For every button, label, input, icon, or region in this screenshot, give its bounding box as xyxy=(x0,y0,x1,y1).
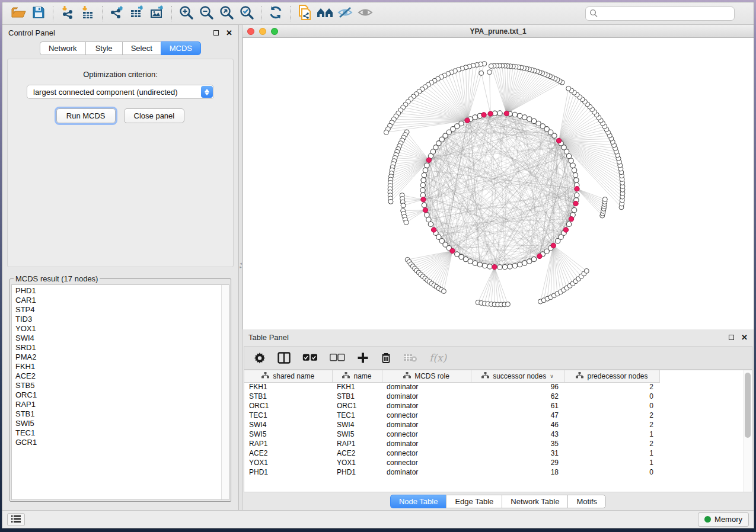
graph-node[interactable] xyxy=(527,117,532,121)
zoom-selected-button[interactable] xyxy=(237,5,257,23)
graph-node[interactable] xyxy=(425,163,429,168)
graph-hub-node[interactable] xyxy=(492,264,497,269)
table-row[interactable]: STB1STB1dominator620 xyxy=(244,392,659,401)
graph-hub-node[interactable] xyxy=(421,197,426,202)
table-cell[interactable]: 0 xyxy=(564,401,659,411)
graph-leaf-node[interactable] xyxy=(401,203,406,208)
table-cell[interactable]: ACE2 xyxy=(244,448,332,458)
tab-node-table[interactable]: Node Table xyxy=(390,495,446,508)
graph-node[interactable] xyxy=(566,222,571,226)
table-cell[interactable]: 43 xyxy=(471,430,564,439)
mcds-result-item[interactable]: STB1 xyxy=(15,409,229,419)
close-panel-icon[interactable]: ✕ xyxy=(226,28,232,37)
table-cell[interactable]: dominator xyxy=(382,382,471,392)
mcds-result-item[interactable]: RAP1 xyxy=(15,400,229,409)
table-cell[interactable]: FKH1 xyxy=(332,382,382,392)
tab-network-table[interactable]: Network Table xyxy=(502,495,567,508)
mcds-result-item[interactable]: PHD1 xyxy=(15,286,229,296)
graph-node[interactable] xyxy=(487,264,492,269)
network-graph[interactable] xyxy=(243,38,754,329)
graph-node[interactable] xyxy=(522,115,527,120)
table-cell[interactable]: 29 xyxy=(471,458,564,467)
graph-node[interactable] xyxy=(425,213,429,217)
table-row[interactable]: SWI5SWI5connector431 xyxy=(244,430,659,439)
graph-hub-node[interactable] xyxy=(450,248,455,253)
node-table[interactable]: shared namenameMCDS rolesuccessor nodes∨… xyxy=(244,370,660,477)
table-cell[interactable]: TEC1 xyxy=(332,411,382,420)
minimize-window-icon[interactable] xyxy=(259,28,266,35)
graph-node[interactable] xyxy=(508,264,512,269)
graph-node[interactable] xyxy=(473,115,477,120)
graph-node[interactable] xyxy=(473,261,477,265)
graph-node[interactable] xyxy=(570,163,575,168)
graph-hub-node[interactable] xyxy=(573,201,578,206)
graph-node[interactable] xyxy=(517,262,522,267)
graph-leaf-node[interactable] xyxy=(487,70,492,75)
graph-leaf-node[interactable] xyxy=(584,268,589,273)
first-neighbors-button[interactable] xyxy=(315,5,335,23)
open-file-button[interactable] xyxy=(8,5,28,23)
table-cell[interactable]: PHD1 xyxy=(332,467,382,477)
delete-icon[interactable] xyxy=(381,352,391,364)
tab-edge-table[interactable]: Edge Table xyxy=(446,495,502,508)
tab-mcds[interactable]: MCDS xyxy=(161,41,201,55)
close-table-panel-icon[interactable]: ✕ xyxy=(741,333,748,342)
column-header-MCDS-role[interactable]: MCDS role xyxy=(382,370,471,382)
table-cell[interactable]: STB1 xyxy=(332,392,382,401)
graph-leaf-node[interactable] xyxy=(404,220,409,225)
table-cell[interactable]: ORC1 xyxy=(332,401,382,411)
graph-node[interactable] xyxy=(517,113,522,118)
zoom-out-button[interactable] xyxy=(196,5,216,23)
float-table-panel-icon[interactable] xyxy=(729,335,734,340)
graph-node[interactable] xyxy=(531,257,536,261)
graph-hub-node[interactable] xyxy=(537,254,542,258)
table-row[interactable]: SWI4SWI4dominator462 xyxy=(244,420,659,430)
table-cell[interactable]: connector xyxy=(382,458,471,467)
graph-leaf-node[interactable] xyxy=(441,289,446,294)
table-cell[interactable]: STB1 xyxy=(244,392,332,401)
save-session-button[interactable] xyxy=(28,5,49,23)
graph-node[interactable] xyxy=(482,263,487,268)
graph-node[interactable] xyxy=(468,259,473,264)
graph-node[interactable] xyxy=(522,261,527,265)
table-cell[interactable]: 1 xyxy=(564,448,659,458)
tab-network[interactable]: Network xyxy=(40,41,85,55)
table-cell[interactable]: SWI4 xyxy=(244,420,332,430)
table-cell[interactable]: dominator xyxy=(382,439,471,448)
graph-node[interactable] xyxy=(420,188,425,193)
mcds-result-item[interactable]: YOX1 xyxy=(15,324,229,334)
mcds-result-item[interactable]: CAR1 xyxy=(15,296,229,305)
table-cell[interactable]: dominator xyxy=(382,467,471,477)
network-canvas[interactable] xyxy=(243,38,754,329)
network-window-titlebar[interactable]: YPA_prune.txt_1 xyxy=(243,25,754,38)
graph-node[interactable] xyxy=(573,172,578,177)
mcds-result-item[interactable]: TID3 xyxy=(15,315,229,324)
table-cell[interactable]: 1 xyxy=(564,430,659,439)
table-cell[interactable]: 2 xyxy=(564,439,659,448)
mcds-result-item[interactable]: STP4 xyxy=(15,305,229,315)
mcds-result-item[interactable]: SRD1 xyxy=(15,343,229,352)
graph-hub-node[interactable] xyxy=(431,227,436,232)
table-cell[interactable]: 96 xyxy=(471,382,564,392)
close-window-icon[interactable] xyxy=(247,28,254,35)
column-header-shared-name[interactable]: shared name xyxy=(244,370,332,382)
graph-node[interactable] xyxy=(512,263,517,268)
graph-node[interactable] xyxy=(426,217,431,222)
graph-node[interactable] xyxy=(428,222,433,226)
graph-node[interactable] xyxy=(572,168,576,172)
zoom-fit-button[interactable] xyxy=(216,5,237,23)
column-header-predecessor-nodes[interactable]: predecessor nodes xyxy=(564,370,659,382)
column-header-name[interactable]: name xyxy=(332,370,382,382)
panel-splitter[interactable]: ◂▸ xyxy=(239,25,243,510)
graph-hub-node[interactable] xyxy=(481,113,486,117)
graph-node[interactable] xyxy=(463,257,468,261)
show-columns-icon[interactable] xyxy=(277,352,291,364)
graph-hub-node[interactable] xyxy=(426,158,431,162)
table-cell[interactable]: PHD1 xyxy=(244,467,332,477)
export-network-button[interactable] xyxy=(107,5,127,23)
table-cell[interactable]: RAP1 xyxy=(244,439,332,448)
table-cell[interactable]: 46 xyxy=(471,420,564,430)
table-cell[interactable]: SWI5 xyxy=(244,430,332,439)
table-cell[interactable]: connector xyxy=(382,411,471,420)
mcds-result-item[interactable]: STB5 xyxy=(15,381,229,390)
